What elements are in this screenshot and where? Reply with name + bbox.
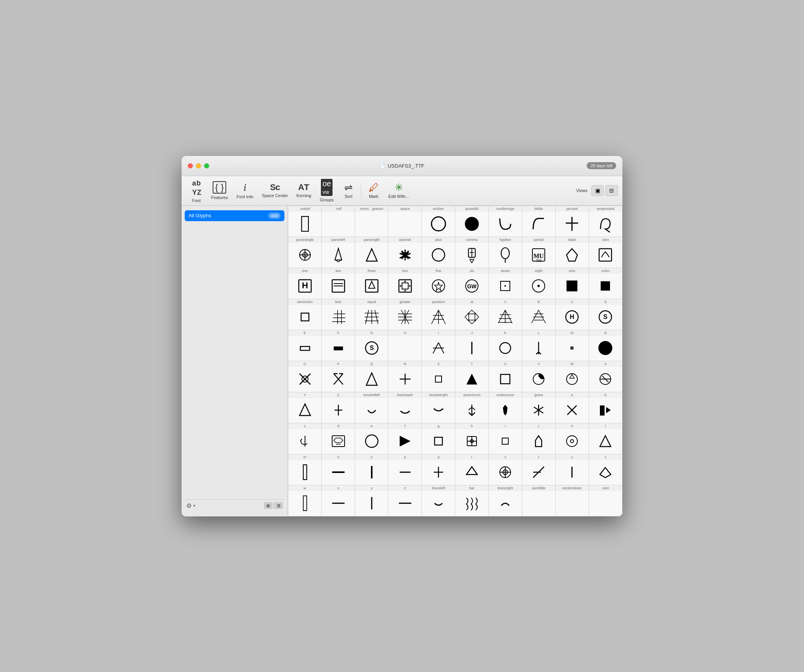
glyph-bracketleft[interactable]: bracketleft bbox=[355, 392, 388, 423]
glyph-V[interactable]: V bbox=[522, 361, 556, 392]
toolbar-groups[interactable]: oevw Groups bbox=[316, 177, 338, 204]
glyph-u[interactable]: u bbox=[556, 454, 589, 485]
glyph-Y[interactable]: Y bbox=[288, 392, 322, 423]
glyph-bar[interactable]: bar bbox=[455, 485, 489, 516]
glyph-at[interactable]: at bbox=[455, 299, 489, 330]
glyph-j[interactable]: j bbox=[522, 423, 556, 454]
glyph-two[interactable]: two bbox=[322, 268, 355, 299]
glyph-k[interactable]: k bbox=[556, 423, 589, 454]
glyph-H[interactable]: H bbox=[388, 330, 422, 361]
glyph-underscore[interactable]: underscore bbox=[489, 392, 522, 423]
glyph-less[interactable]: less bbox=[322, 299, 355, 330]
sidebar-item-all-glyphs[interactable]: All Glyphs 440 bbox=[185, 210, 284, 221]
glyph-backslash[interactable]: backslash bbox=[388, 392, 422, 423]
glyph-m[interactable]: m bbox=[288, 454, 322, 485]
glyph-braceright[interactable]: braceright bbox=[489, 485, 522, 516]
glyph-Q[interactable]: Q bbox=[355, 361, 388, 392]
glyph-C[interactable]: C H bbox=[556, 299, 589, 330]
glyph-quotesingle[interactable]: quotesingle bbox=[288, 237, 322, 268]
glyph-bracketright[interactable]: bracketright bbox=[422, 392, 455, 423]
glyph-quotedbl[interactable]: quotedbl bbox=[455, 206, 489, 237]
glyph-r[interactable]: r bbox=[455, 454, 489, 485]
glyph-period[interactable]: period MU TH bbox=[522, 237, 556, 268]
glyph-seven[interactable]: seven bbox=[489, 268, 522, 299]
glyph-question[interactable]: question bbox=[422, 299, 455, 330]
glyph-ampersand[interactable]: ampersand bbox=[589, 206, 622, 237]
glyph-N[interactable]: N bbox=[589, 330, 622, 361]
glyph-K[interactable]: K bbox=[489, 330, 522, 361]
glyph-l[interactable]: l bbox=[589, 423, 622, 454]
glyph-w[interactable]: w bbox=[288, 485, 322, 516]
glyph-E[interactable]: E bbox=[288, 330, 322, 361]
close-button[interactable] bbox=[188, 163, 193, 168]
glyph-semicolon[interactable]: semicolon bbox=[288, 299, 322, 330]
toolbar-kerning[interactable]: AT Kerning bbox=[293, 181, 315, 200]
glyph-t[interactable]: t bbox=[522, 454, 556, 485]
glyph-parenright[interactable]: parenright bbox=[355, 237, 388, 268]
glyph-q[interactable]: q bbox=[422, 454, 455, 485]
glyph-O[interactable]: O bbox=[288, 361, 322, 392]
toolbar-features[interactable]: { } Features bbox=[207, 179, 232, 202]
glyph-comma[interactable]: comma bbox=[455, 237, 489, 268]
glyph-U[interactable]: U bbox=[489, 361, 522, 392]
gear-button[interactable]: ⚙ bbox=[186, 502, 192, 509]
glyph-nonm[interactable]: nonm…greturn bbox=[355, 206, 388, 237]
glyph-three[interactable]: three bbox=[355, 268, 388, 299]
glyph-p[interactable]: p bbox=[388, 454, 422, 485]
glyph-I[interactable]: I bbox=[422, 330, 455, 361]
glyph-asciitilde[interactable]: asciitilde bbox=[522, 485, 556, 516]
glyph-g[interactable]: g bbox=[422, 423, 455, 454]
glyph-R[interactable]: R bbox=[388, 361, 422, 392]
glyph-n[interactable]: n bbox=[322, 454, 355, 485]
glyph-W[interactable]: W bbox=[556, 361, 589, 392]
glyph-i[interactable]: i bbox=[489, 423, 522, 454]
glyph-nine[interactable]: nine bbox=[556, 268, 589, 299]
glyph-hyphen[interactable]: hyphen bbox=[489, 237, 522, 268]
maximize-button[interactable] bbox=[204, 163, 209, 168]
glyph-o[interactable]: o bbox=[355, 454, 388, 485]
glyph-A[interactable]: A bbox=[489, 299, 522, 330]
glyph-colon[interactable]: colon bbox=[589, 268, 622, 299]
glyph-space[interactable]: space bbox=[388, 206, 422, 237]
glyph-b[interactable]: b bbox=[589, 392, 622, 423]
glyph-M[interactable]: M bbox=[556, 330, 589, 361]
glyph-y[interactable]: y bbox=[355, 485, 388, 516]
toolbar-font[interactable]: a bY Z Font bbox=[186, 176, 206, 205]
glyph-four[interactable]: four bbox=[388, 268, 422, 299]
glyph-parenleft[interactable]: parenleft bbox=[322, 237, 355, 268]
glyph-z[interactable]: z bbox=[388, 485, 422, 516]
glyph-D[interactable]: D S bbox=[589, 299, 622, 330]
glyph-h[interactable]: h bbox=[455, 423, 489, 454]
glyph-five[interactable]: five bbox=[422, 268, 455, 299]
glyph-S[interactable]: S bbox=[422, 361, 455, 392]
glyph-x[interactable]: x bbox=[322, 485, 355, 516]
toolbar-spacecenter[interactable]: Sc Space Center bbox=[258, 181, 292, 200]
glyph-dollar[interactable]: dollar bbox=[522, 206, 556, 237]
glyph-exclamdown[interactable]: exclamdown bbox=[556, 485, 589, 516]
glyph-area[interactable]: .notdef .null nonm…greturn space bbox=[288, 206, 622, 516]
glyph-X[interactable]: X bbox=[589, 361, 622, 392]
list-view-button[interactable]: ☰ bbox=[274, 502, 283, 509]
toolbar-fontinfo[interactable]: i Font Info bbox=[232, 180, 257, 201]
glyph-equal[interactable]: equal bbox=[355, 299, 388, 330]
glyph-numbersign[interactable]: numbersign bbox=[489, 206, 522, 237]
glyph-notdef[interactable]: .notdef bbox=[288, 206, 322, 237]
toolbar-sort[interactable]: ⇌ Sort bbox=[338, 180, 359, 201]
glyph-d[interactable]: d bbox=[322, 423, 355, 454]
minimize-button[interactable] bbox=[196, 163, 201, 168]
glyph-L[interactable]: L bbox=[522, 330, 556, 361]
glyph-six[interactable]: six GW bbox=[455, 268, 489, 299]
glyph-plus[interactable]: plus bbox=[422, 237, 455, 268]
glyph-f[interactable]: f bbox=[388, 423, 422, 454]
split-view-button[interactable]: ⊟ bbox=[605, 185, 618, 196]
toolbar-mark[interactable]: 🖊 Mark bbox=[364, 180, 384, 201]
glyph-cent[interactable]: cent bbox=[589, 485, 622, 516]
glyph-T[interactable]: T bbox=[455, 361, 489, 392]
glyph-slash[interactable]: slash bbox=[556, 237, 589, 268]
glyph-P[interactable]: P bbox=[322, 361, 355, 392]
glyph-greater[interactable]: greater bbox=[388, 299, 422, 330]
glyph-exclam[interactable]: exclam bbox=[422, 206, 455, 237]
glyph-a[interactable]: a bbox=[556, 392, 589, 423]
glyph-v[interactable]: v bbox=[589, 454, 622, 485]
glyph-s[interactable]: s bbox=[489, 454, 522, 485]
